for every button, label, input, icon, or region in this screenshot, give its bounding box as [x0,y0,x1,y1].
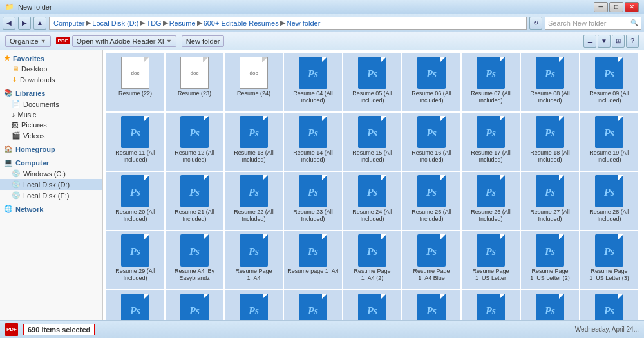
sidebar-item-documents[interactable]: 📄 Documents [0,99,102,109]
maximize-button[interactable]: □ [609,2,623,12]
organize-button[interactable]: Organize ▼ [5,35,51,47]
list-item[interactable]: Ps Resume 09 (All Included) [580,53,638,111]
minimize-button[interactable]: ─ [594,2,608,12]
list-item[interactable]: Ps Resume 07 (All Included) [462,53,520,111]
back-button[interactable]: ◀ [3,17,15,30]
new-folder-button[interactable]: New folder [182,35,225,47]
list-item[interactable]: Ps Resume 19 (All Included) [580,113,638,171]
list-item[interactable]: Ps Resume 22 (All Included) [225,172,283,230]
list-item[interactable]: Ps Resume 27 (All Included) [521,172,579,230]
favorites-header[interactable]: ★ Favorites [0,53,102,64]
list-item[interactable]: Ps Resume A4_By Easybrandz [166,231,223,289]
computer-header[interactable]: 💻 Computer [0,157,102,168]
list-item[interactable]: Ps Resume 20 (All Included) [106,172,164,230]
view-grid-button[interactable]: ⊞ [612,35,625,48]
open-with-button[interactable]: Open with Adobe Reader XI ▼ [72,35,176,47]
view-list-button[interactable]: ☰ [583,35,596,48]
file-name: Resume (22) [118,90,152,97]
ps-icon: Ps [536,116,564,148]
file-name: Resume page 1_A4 [287,268,339,275]
list-item[interactable]: Ps Resume 21 (All Included) [166,172,223,230]
list-item[interactable]: Ps Resume Page 2_Targeted Format_US Lett… [284,290,342,320]
file-name: Resume 24 (All Included) [346,209,398,223]
sidebar-item-downloads[interactable]: ⬇ Downloads [0,74,102,85]
list-item[interactable]: Ps Resume 08 (All Included) [521,53,579,111]
doc-icon: doc [240,57,268,89]
view-details-button[interactable]: ▼ [598,35,611,48]
ps-icon: Ps [180,175,209,207]
list-item[interactable]: Ps Resume 24 (All Included) [343,172,401,230]
doc-icon: doc [121,57,149,89]
sidebar: ★ Favorites 🖥 Desktop ⬇ Downloads 📚 Libr… [0,50,103,320]
list-item[interactable]: Ps Resume 16 (All Included) [402,113,460,171]
list-item[interactable]: Ps Resume Page 1_A4 [225,231,283,289]
list-item[interactable]: Ps Resume page 1_A4 [284,231,342,289]
libraries-header[interactable]: 📚 Libraries [0,88,102,99]
ps-icon: Ps [299,57,327,89]
list-item[interactable]: Ps Resume Page 2_A4 (2) [225,290,283,320]
sidebar-item-music[interactable]: ♪ Music [0,109,102,120]
file-name: Resume Page 1_US Letter (3) [583,268,635,282]
address-path[interactable]: Computer ▶ Local Disk (D:) ▶ TDG ▶ Resum… [49,17,527,30]
path-600resumes[interactable]: 600+ Editable Resumes [204,19,279,27]
help-button[interactable]: ? [626,35,639,48]
list-item[interactable]: Ps Resume 13 (All Included) [225,113,283,171]
search-box[interactable]: Search New folder 🔍 [545,17,641,30]
sidebar-item-pictures[interactable]: 🖼 Pictures [0,120,102,130]
forward-button[interactable]: ▶ [18,17,31,30]
list-item[interactable]: Ps Resume 25 (All Included) [402,172,460,230]
list-item[interactable]: Ps Resume page 2_A4 [166,290,223,320]
list-item[interactable]: Ps Resume Page 2_A4 [106,290,164,320]
list-item[interactable]: Ps Resume 04 (All Included) [284,53,342,111]
refresh-button[interactable]: ↻ [529,17,542,30]
list-item[interactable]: Ps Resume 12 (All Included) [166,113,223,171]
list-item[interactable]: Ps Resume 05 (All Included) [343,53,401,111]
path-newfolder[interactable]: New folder [287,19,321,27]
sidebar-item-localdiskie[interactable]: 💿 Local Disk (E:) [0,190,102,201]
list-item[interactable]: Ps Resume Page 1_US Letter (2) [521,231,579,289]
ps-icon: Ps [536,294,564,320]
path-tdg[interactable]: TDG [146,19,161,27]
list-item[interactable]: Ps Resume 14 (All Included) [284,113,342,171]
list-item[interactable]: Ps Resume 18 (All Included) [521,113,579,171]
sidebar-item-videos[interactable]: 🎬 Videos [0,130,102,141]
folder-icon: 📁 [5,3,14,11]
homegroup-header[interactable]: 🏠 Homegroup [0,144,102,155]
file-name: Resume Page 1_US Letter [465,268,516,282]
list-item[interactable]: doc Resume (23) [166,53,223,111]
list-item[interactable]: Ps Resume 28 (All Included) [580,172,638,230]
title-bar: 📁 New folder ─ □ ✕ [0,0,644,14]
list-item[interactable]: Ps Resume 17 (All Included) [462,113,520,171]
list-item[interactable]: Ps Resume Page 1_US Letter (3) [580,231,638,289]
ps-icon: Ps [417,294,446,320]
list-item[interactable]: Ps Resume 11 (All Included) [106,113,164,171]
sidebar-item-windows[interactable]: 💿 Windows (C:) [0,168,102,179]
ps-icon: Ps [358,294,386,320]
list-item[interactable]: Ps Resume_Page 1_A4 [580,290,638,320]
search-placeholder: Search New folder [548,19,607,27]
list-item[interactable]: Ps Resume 15 (All Included) [343,113,401,171]
sidebar-item-desktop[interactable]: 🖥 Desktop [0,64,102,74]
list-item[interactable]: Ps Resume 29 (All Included) [106,231,164,289]
ps-icon: Ps [358,175,386,207]
list-item[interactable]: Ps Resume 26 (All Included) [462,172,520,230]
network-header[interactable]: 🌐 Network [0,203,102,214]
list-item[interactable]: Ps Resume Page 2_US Letter (2) [402,290,460,320]
up-button[interactable]: ▲ [33,17,46,30]
list-item[interactable]: Ps Resume Page 1_A4 (2) [343,231,401,289]
path-computer[interactable]: Computer [53,19,84,27]
list-item[interactable]: doc Resume (22) [106,53,164,111]
list-item[interactable]: Ps Resume Page 2_US Letter [343,290,401,320]
path-resume[interactable]: Resume [169,19,196,27]
list-item[interactable]: Ps Resume Page 1_US Letter [462,231,520,289]
path-localdiskd[interactable]: Local Disk (D:) [92,19,138,27]
list-item[interactable]: Ps Resume Page 1_A4 Blue [402,231,460,289]
close-button[interactable]: ✕ [625,2,639,12]
music-icon: ♪ [12,111,15,118]
list-item[interactable]: doc Resume (24) [225,53,283,111]
list-item[interactable]: Ps Resume 06 (All Included) [402,53,460,111]
list-item[interactable]: Ps Resume US_By Easybrandz [521,290,579,320]
sidebar-item-localdiskd[interactable]: 💿 Local Disk (D:) [0,179,102,190]
list-item[interactable]: Ps Resume Page 2_US Letter (3) [462,290,520,320]
list-item[interactable]: Ps Resume 23 (All Included) [284,172,342,230]
